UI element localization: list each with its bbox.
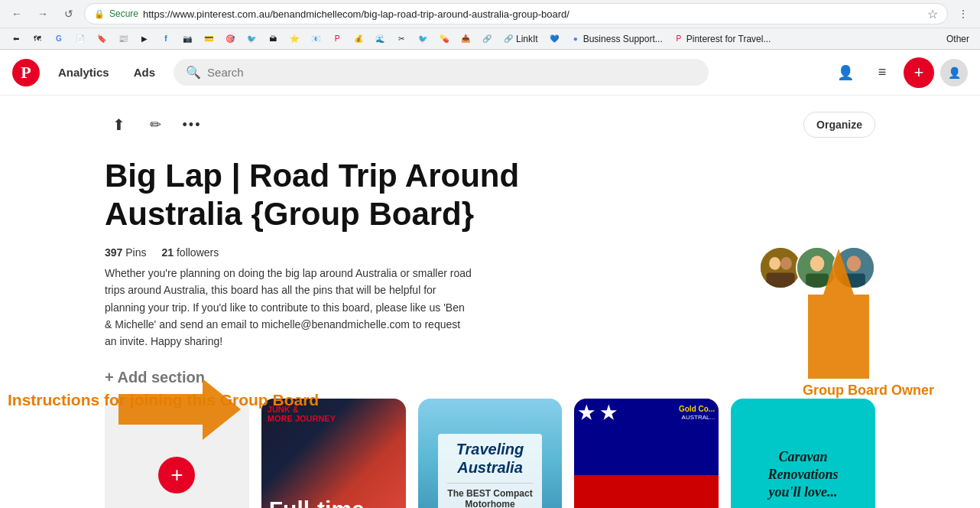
bookmark-insta[interactable]: 📷 — [177, 32, 197, 46]
bookmark-play[interactable]: ▶ — [135, 32, 154, 46]
user-avatar[interactable]: 👤 — [940, 59, 968, 86]
browser-toolbar: ← → ↺ 🔒 Secure https://www.pinterest.com… — [0, 0, 980, 28]
bookmark-pinterest[interactable]: P — [327, 32, 347, 46]
add-pin-button[interactable]: + — [158, 457, 195, 493]
followers-stat: 21 followers — [161, 246, 219, 259]
email-favicon: 📧 — [310, 34, 321, 44]
pin-card-caravan[interactable]: CaravanRenovationsyou'll love... — [731, 399, 875, 508]
user-icon-button[interactable]: 👤 — [830, 57, 861, 88]
pin-traveling-title: TravelingAustralia — [447, 440, 532, 477]
star-favicon: ⭐ — [289, 34, 300, 44]
bookmark-wave[interactable]: 🌊 — [370, 32, 390, 46]
link-favicon: 🔗 — [482, 34, 492, 44]
edit-icon: ✏ — [150, 116, 161, 133]
avatar-2-image — [797, 246, 837, 289]
add-pin-card[interactable]: + — [105, 399, 249, 508]
content-wrapper: ⬆ ✏ ••• Organize Big Lap | Road Trip Aro… — [0, 96, 980, 508]
heart-favicon: 💙 — [549, 34, 560, 44]
pinterest-favicon: P — [332, 34, 342, 44]
share-button[interactable]: ⬆ — [105, 111, 132, 138]
bookmark-heart[interactable]: 💙 — [544, 32, 564, 46]
add-pin-header-button[interactable]: + — [904, 57, 934, 88]
pin-stars: ★ ★ — [578, 402, 617, 424]
board-stats: 397 Pins 21 followers — [105, 246, 744, 259]
secure-label: Secure — [109, 8, 138, 19]
news-favicon: 📰 — [118, 34, 128, 44]
bookmarks-other[interactable]: Other — [942, 32, 974, 46]
more-icon: ••• — [183, 117, 202, 133]
edit-button[interactable]: ✏ — [141, 111, 169, 138]
pin-goldcoast: Gold Co... — [679, 405, 715, 413]
svg-rect-9 — [842, 273, 865, 288]
pinteresttravel-favicon: P — [673, 34, 684, 44]
bookmark-back[interactable]: ⬅ — [6, 32, 26, 46]
svg-point-8 — [847, 256, 862, 271]
google-favicon: G — [54, 34, 64, 44]
board-stats-description: 397 Pins 21 followers Whether you're pla… — [105, 246, 744, 350]
bookmark-email[interactable]: 📧 — [306, 32, 326, 46]
refresh-button[interactable]: ↺ — [58, 3, 80, 24]
avatar-1-image — [761, 246, 800, 289]
bookmark-mountain[interactable]: 🏔 — [263, 32, 283, 46]
board-description: Whether you're planning on doing the big… — [105, 265, 472, 350]
bookmark-fb[interactable]: f — [156, 32, 176, 46]
bookmark-pinteresttravel[interactable]: PPinterest for Travel... — [669, 32, 776, 46]
search-bar[interactable]: 🔍 — [174, 59, 709, 86]
bookmark-news[interactable]: 📰 — [113, 32, 133, 46]
bookmark-dollar[interactable]: 💰 — [349, 32, 368, 46]
add-icon: + — [914, 63, 924, 83]
back-favicon: ⬅ — [11, 34, 21, 44]
pin-card-australia[interactable]: TravelingAustralia The BEST CompactMotor… — [418, 399, 563, 508]
pinterest-logo[interactable]: P — [12, 59, 40, 86]
forward-button[interactable]: → — [32, 3, 54, 24]
ads-nav[interactable]: Ads — [128, 63, 161, 82]
browser-menu-button[interactable]: ⋮ — [952, 3, 974, 24]
organize-button[interactable]: Organize — [803, 112, 875, 138]
analytics-nav[interactable]: Analytics — [52, 63, 115, 82]
bookmark-scissors[interactable]: ✂ — [391, 32, 411, 46]
insta-favicon: 📷 — [182, 34, 193, 44]
mountain-favicon: 🏔 — [268, 34, 278, 44]
followers-count: 21 — [161, 246, 174, 259]
bookmark-google[interactable]: G — [49, 32, 69, 46]
linkit-favicon: 🔗 — [503, 34, 514, 44]
bookmark-star[interactable]: ⭐ — [284, 32, 304, 46]
main-content: ⬆ ✏ ••• Organize Big Lap | Road Trip Aro… — [92, 96, 888, 508]
bookmark-doc[interactable]: 📄 — [70, 32, 90, 46]
pin-card-rv[interactable]: JUNK & MORE JOURNEY Full-timeliving 6 — [261, 399, 406, 508]
add-section[interactable]: + Add section — [105, 369, 875, 386]
browser-chrome: ← → ↺ 🔒 Secure https://www.pinterest.com… — [0, 0, 980, 50]
ext2-favicon: 💳 — [203, 34, 214, 44]
search-input[interactable] — [207, 66, 696, 79]
member-avatar-3[interactable] — [832, 246, 875, 289]
bookmark-business[interactable]: ●Business Support... — [566, 32, 667, 46]
pin-aus-sub: AUSTRAL... — [682, 414, 716, 421]
bookmark-maps[interactable]: 🗺 — [28, 32, 47, 46]
bookmark-twitter[interactable]: 🐦 — [242, 32, 261, 46]
pin-sub-label: MORE JOURNEY — [268, 414, 336, 423]
bookmark-extension1[interactable]: 🔖 — [92, 32, 112, 46]
more-button[interactable]: ••• — [178, 111, 206, 138]
bookmark-bird[interactable]: 🐦 — [413, 32, 433, 46]
bookmark-linkit[interactable]: 🔗LinkIt — [498, 32, 543, 46]
pin-card-flags[interactable]: ★ ★ Gold Co... AUSTRAL... THE DOWNSIDES — [574, 399, 719, 508]
pin-motorhome-text: The BEST CompactMotorhome — [447, 483, 532, 508]
menu-icon-button[interactable]: ≡ — [867, 57, 897, 88]
bookmark-ext2[interactable]: 💳 — [199, 32, 219, 46]
bookmark-inbox[interactable]: 📥 — [456, 32, 475, 46]
address-bar[interactable]: 🔒 Secure https://www.pinterest.com.au/be… — [84, 3, 948, 24]
back-button[interactable]: ← — [6, 3, 28, 24]
pin-flag-bg: ★ ★ Gold Co... AUSTRAL... THE DOWNSIDES — [574, 399, 719, 508]
play-favicon: ▶ — [139, 34, 150, 44]
business-label: Business Support... — [583, 34, 663, 44]
bookmark-pill[interactable]: 💊 — [434, 32, 454, 46]
svg-rect-6 — [806, 273, 829, 288]
avatar-initial: 👤 — [948, 67, 961, 79]
avatar-3-image — [834, 246, 874, 289]
followers-label: followers — [177, 246, 219, 259]
bookmark-link[interactable]: 🔗 — [477, 32, 497, 46]
pin-rv-text: Full-timeliving — [269, 498, 365, 508]
bookmark-star[interactable]: ☆ — [927, 7, 938, 21]
bookmark-target[interactable]: 🎯 — [220, 32, 240, 46]
fb-favicon: f — [161, 34, 171, 44]
